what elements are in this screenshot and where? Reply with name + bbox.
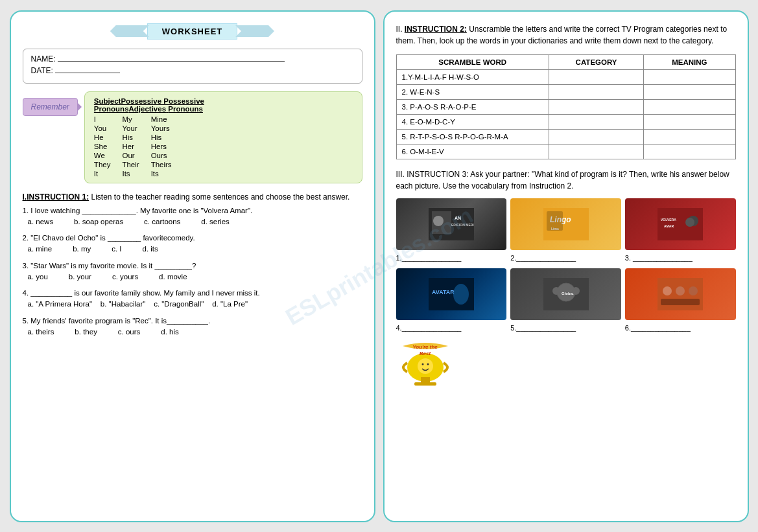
question-5: 5. My friends' favorite program is "Rec"… <box>23 316 362 338</box>
question-3: 3. "Star Wars" is my favorite movie. Is … <box>23 260 362 283</box>
instruction3-section: III. INSTRUCTION 3: Ask your partner: "W… <box>396 168 736 192</box>
svg-rect-26 <box>661 299 700 305</box>
meaning-2[interactable] <box>644 84 735 99</box>
image-labels-row2: 4._______________ 5._______________ 6.__… <box>396 324 736 332</box>
scramble-word-2: 2. W-E-N-S <box>396 84 549 99</box>
svg-text:VOLVERA: VOLVERA <box>661 218 676 222</box>
instruction1-section: I.INSTRUCTION 1: Listen to the teacher r… <box>23 192 362 338</box>
image-4: AVATAR <box>396 268 507 320</box>
worksheet-title: WORKSHEET <box>147 23 238 40</box>
svg-text:EDICION MEDIODIA: EDICION MEDIODIA <box>451 223 474 227</box>
scramble-word-5: 5. R-T-P-S-O-S R-P-O-G-R-M-A <box>396 129 549 144</box>
label-2[interactable]: 2._______________ <box>510 254 621 262</box>
left-panel: WORKSHEET NAME: DATE: Remember SubjectPo… <box>10 10 375 522</box>
youre-best-section: 1 You're theBest <box>396 338 736 390</box>
col-category: CATEGORY <box>549 54 643 69</box>
subjects-col: I You He She We They It <box>94 115 111 178</box>
pronoun-h1: Subject <box>94 97 121 105</box>
label-3[interactable]: 3. _______________ <box>625 254 736 262</box>
right-panel: II. INSTRUCTION 2: Unscramble the letter… <box>383 10 749 522</box>
instruction2-num: INSTRUCTION 2: <box>405 25 467 34</box>
svg-rect-29 <box>414 382 436 386</box>
scramble-table: SCRAMBLE WORD CATEGORY MEANING 1.Y-M-L-I… <box>396 54 736 159</box>
name-underline[interactable] <box>58 61 285 62</box>
question-4-text: 4. __________ is our favorite family sho… <box>23 288 362 299</box>
question-2-text: 2. "El Chavo del Ocho" is ________ favor… <box>23 233 362 244</box>
poss-adj-col: My Your His Her Our Their Its <box>122 115 139 178</box>
scramble-word-1: 1.Y-M-L-I-A-F H-W-S-O <box>396 69 549 84</box>
category-2[interactable] <box>549 84 643 99</box>
remember-arrow: Remember <box>23 98 78 116</box>
svg-point-21 <box>572 287 580 295</box>
svg-point-13 <box>685 218 694 227</box>
category-1[interactable] <box>549 69 643 84</box>
image-2: Lingo Lima <box>510 198 621 250</box>
meaning-5[interactable] <box>644 129 735 144</box>
question-1: 1. I love watching _____________. My fav… <box>23 205 362 228</box>
question-1-options: a. news b. soap operas c. cartoons d. se… <box>28 216 362 227</box>
svg-text:AMAR: AMAR <box>664 224 674 228</box>
table-row: 2. W-E-N-S <box>396 84 735 99</box>
category-5[interactable] <box>549 129 643 144</box>
question-3-text: 3. "Star Wars" is my favorite movie. Is … <box>23 260 362 272</box>
category-6[interactable] <box>549 144 643 159</box>
label-1[interactable]: 1._______________ <box>396 254 507 262</box>
label-4[interactable]: 4._______________ <box>396 324 507 332</box>
category-3[interactable] <box>549 99 643 114</box>
question-4-options: a. "A Primera Hora" b. "Habacilar" c. "D… <box>28 299 362 310</box>
scramble-word-6: 6. O-M-I-E-V <box>396 144 549 159</box>
instruction3-num: INSTRUCTION 3: <box>407 170 468 179</box>
page-container: WORKSHEET NAME: DATE: Remember SubjectPo… <box>10 10 749 522</box>
table-row: 1.Y-M-L-I-A-F H-W-S-O <box>396 69 735 84</box>
col-scramble: SCRAMBLE WORD <box>396 54 549 69</box>
svg-point-32 <box>421 363 423 365</box>
name-date-box: NAME: DATE: <box>23 49 362 84</box>
svg-point-33 <box>427 363 429 365</box>
trophy-container: 1 You're theBest <box>396 338 455 390</box>
meaning-4[interactable] <box>644 114 735 129</box>
svg-point-16 <box>453 284 469 305</box>
image-6 <box>625 268 736 320</box>
question-2: 2. "El Chavo del Ocho" is ________ favor… <box>23 233 362 255</box>
svg-point-2 <box>433 216 444 226</box>
poss-pro-col: Mine Yours His Hers Ours Theirs Its <box>151 115 172 178</box>
category-4[interactable] <box>549 114 643 129</box>
instruction3-roman: III. <box>396 170 407 179</box>
right-header: II. INSTRUCTION 2: Unscramble the letter… <box>396 23 736 47</box>
question-3-options: a. you b. your c. yours d. movie <box>28 272 362 283</box>
instruction1-text: Listen to the teacher reading some sente… <box>91 192 350 202</box>
svg-point-31 <box>418 358 433 374</box>
name-label: NAME: <box>31 54 56 64</box>
image-3: VOLVERA AMAR <box>625 198 736 250</box>
meaning-1[interactable] <box>644 69 735 84</box>
remember-section: Remember SubjectPossessive Possessive Pr… <box>23 91 362 183</box>
meaning-6[interactable] <box>644 144 735 159</box>
pronouns-header: SubjectPossessive Possessive PronounsAdj… <box>94 97 353 113</box>
svg-point-23 <box>663 286 672 295</box>
date-row: DATE: <box>31 66 354 75</box>
svg-point-24 <box>676 286 685 295</box>
pronoun-h2: Possessive Possessive <box>121 97 204 105</box>
date-underline[interactable] <box>55 73 120 73</box>
question-1-text: 1. I love watching _____________. My fav… <box>23 205 362 216</box>
instruction1-title: I.INSTRUCTION 1: Listen to the teacher r… <box>23 192 362 202</box>
scramble-word-4: 4. E-O-M-D-C-Y <box>396 114 549 129</box>
image-5: Global <box>510 268 621 320</box>
meaning-3[interactable] <box>644 99 735 114</box>
scramble-word-3: 3. P-A-O-S R-A-O-P-E <box>396 99 549 114</box>
instruction2-roman: II. <box>396 25 405 34</box>
table-row: 3. P-A-O-S R-A-O-P-E <box>396 99 735 114</box>
pronouns-box: SubjectPossessive Possessive PronounsAdj… <box>84 91 362 183</box>
table-row: 6. O-M-I-E-V <box>396 144 735 159</box>
col-meaning: MEANING <box>644 54 735 69</box>
question-5-text: 5. My friends' favorite program is "Rec"… <box>23 316 362 327</box>
table-row: 4. E-O-M-D-C-Y <box>396 114 735 129</box>
label-5[interactable]: 5._______________ <box>510 324 621 332</box>
question-5-options: a. theirs b. they c. ours d. his <box>28 327 362 338</box>
table-header-row: SCRAMBLE WORD CATEGORY MEANING <box>396 54 735 69</box>
images-row-2: AVATAR Global <box>396 268 736 320</box>
svg-rect-28 <box>421 377 430 382</box>
svg-point-20 <box>552 287 560 295</box>
svg-text:Global: Global <box>562 292 574 295</box>
label-6[interactable]: 6._______________ <box>625 324 736 332</box>
